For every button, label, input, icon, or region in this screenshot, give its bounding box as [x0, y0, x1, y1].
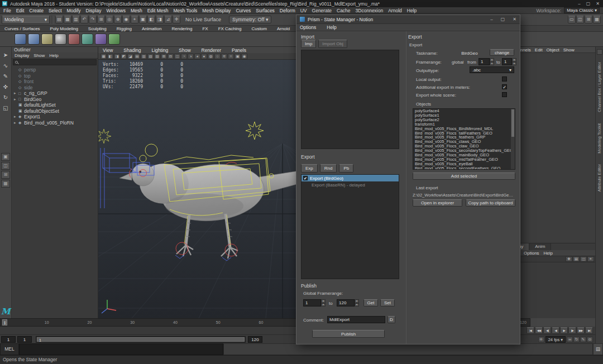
channel-box-menu-item[interactable]: Object [547, 47, 559, 52]
playback-end-field[interactable]: 120 [248, 336, 262, 343]
prism-menu-item[interactable]: Help [327, 25, 336, 30]
comment-input[interactable]: MdlExport [327, 316, 385, 323]
outliner-item[interactable]: ▸ □ c_rig_GRP [12, 90, 98, 97]
toolbox-tool-icon[interactable]: ↻ [1, 93, 11, 102]
playback-start-field[interactable]: 1 [17, 336, 32, 343]
status-icon[interactable]: ▥ [72, 16, 80, 23]
playback-option-icon[interactable]: ⊙ [587, 337, 593, 342]
mel-toggle-button[interactable]: MEL [0, 343, 19, 355]
viewport-menu-item[interactable]: View [103, 47, 113, 53]
playback-option-icon[interactable]: ∞ [567, 337, 573, 342]
viewport-toolbar-icon[interactable]: ▨ [154, 54, 160, 59]
object-item[interactable]: transform1 [413, 122, 515, 127]
shelf-icon[interactable] [82, 33, 93, 45]
object-item[interactable]: Bird_mod_v005_Flocs_mainBody_GEO [413, 153, 515, 157]
viewport-toolbar-icon[interactable]: ○ [214, 54, 221, 59]
viewport-toolbar-icon[interactable]: ▣ [234, 54, 241, 59]
publish-range-end-spinner[interactable]: 120▲▼ [337, 299, 359, 306]
object-item[interactable]: Bird_mod_v005_Flocs_secondFeathers_GEO [413, 166, 515, 170]
outliner-item[interactable]: ▸ □ BirdGeo [12, 97, 98, 103]
range-slider[interactable]: 1 [36, 336, 246, 343]
menu-item[interactable]: Create [29, 8, 44, 13]
outliner-menu-item[interactable]: Display [15, 53, 29, 58]
viewport-toolbar-icon[interactable]: ◔ [181, 54, 187, 59]
shelf-tab[interactable]: Poly Modeling [50, 26, 78, 31]
sidebar-vertical-tab[interactable]: Attribute Editor [597, 164, 602, 192]
layer-editor-tab[interactable]: Anim [529, 243, 551, 250]
menu-item[interactable]: Generate [312, 8, 332, 13]
playback-option-icon[interactable]: ↻ [573, 337, 580, 342]
status-icon[interactable]: ↷ [89, 16, 97, 23]
viewport-menu-item[interactable]: Show [179, 47, 190, 53]
shelf-icon[interactable] [55, 33, 66, 45]
publish-button[interactable]: Publish [312, 330, 385, 338]
playback-button[interactable]: ◀ [552, 327, 559, 334]
viewport-toolbar-icon[interactable]: ◕ [194, 54, 200, 59]
copy-path-button[interactable]: Copy path to clipboard [466, 199, 515, 207]
viewport-toolbar-icon[interactable]: ⊟ [168, 54, 174, 59]
viewport-toolbar-icon[interactable]: ◨ [114, 54, 120, 59]
sidebar-vertical-tab[interactable]: Modeling Toolkit [597, 123, 602, 154]
export-state-item[interactable]: Export (BaseRN) - delayed [302, 181, 399, 188]
menu-set-dropdown[interactable]: Modeling▾ [2, 16, 50, 24]
layer-editor-menu-item[interactable]: Help [544, 251, 553, 256]
shelf-tab[interactable]: FX [202, 26, 208, 31]
viewport-menu-item[interactable]: Renderer [202, 47, 221, 53]
viewport-toolbar-icon[interactable]: ◑ [188, 54, 194, 59]
expand-arrow-icon[interactable]: ▸ [14, 91, 18, 95]
get-range-button[interactable]: Get [363, 299, 378, 306]
layer-editor-menu-item[interactable]: Options [524, 251, 539, 256]
layout-shortcut-button[interactable]: ▣ [1, 153, 10, 161]
menu-item[interactable]: Deform [280, 8, 295, 13]
toolbox-tool-icon[interactable]: ✎ [1, 71, 11, 81]
import-button[interactable]: Imp [301, 40, 316, 48]
status-icon[interactable]: ▦ [64, 16, 71, 23]
expand-arrow-icon[interactable]: ▸ [14, 121, 18, 125]
fps-dropdown[interactable]: 24 fps ▾ [545, 336, 566, 343]
whole-scene-checkbox[interactable] [502, 92, 507, 97]
outliner-item[interactable]: ◇ persp [12, 67, 98, 73]
shelf-tab[interactable]: Rigging [117, 26, 132, 31]
state-checkbox[interactable]: ✔ [303, 176, 308, 180]
shelf-icon[interactable] [108, 33, 120, 45]
minimize-button[interactable]: – [578, 1, 580, 6]
import-button[interactable]: Import Obj [318, 40, 347, 48]
viewport-menu-item[interactable]: Lighting [151, 47, 168, 53]
viewport-menu-item[interactable]: Shading [123, 47, 141, 53]
prism-maximize-button[interactable]: ▢ [501, 17, 505, 22]
menu-item[interactable]: Windows [106, 8, 125, 13]
status-icon[interactable]: ⊿ [164, 16, 172, 23]
playback-button[interactable]: ◀| [543, 327, 551, 334]
outliner-item[interactable]: ◇ side [12, 85, 98, 91]
panel-toggle-icon[interactable]: ▭ [568, 16, 576, 23]
outliner-item[interactable]: ▣ defaultLightSet [12, 102, 98, 108]
layer-action-icon[interactable]: ≡ [587, 256, 594, 262]
outliner-item[interactable]: ◇ top [12, 73, 98, 79]
maximize-button[interactable]: ▢ [586, 1, 591, 6]
menu-item[interactable]: Edit Mesh [147, 8, 169, 13]
outliner-menu-item[interactable]: Help [49, 53, 58, 58]
menu-item[interactable]: Surfaces [256, 8, 275, 13]
shelf-icon[interactable] [15, 33, 26, 45]
object-item[interactable]: Bird_mod_v005_Flocs_claws_GEO [413, 140, 515, 144]
prism-titlebar[interactable]: Prism - State Manager - Notion – ▢ ✕ [296, 15, 520, 24]
status-icon[interactable]: ⊞ [97, 16, 105, 23]
menu-item[interactable]: Modify [67, 8, 81, 13]
status-icon[interactable]: ◎ [106, 16, 113, 23]
status-icon[interactable]: ⌖ [131, 16, 138, 23]
status-icon[interactable]: ↶ [80, 16, 88, 23]
meters-export-checkbox[interactable]: ✓ [502, 84, 507, 89]
shelf-icon[interactable] [28, 33, 40, 45]
close-button[interactable]: ✕ [596, 1, 600, 6]
menu-item[interactable]: Curves [236, 8, 251, 13]
change-task-button[interactable]: change [490, 49, 514, 56]
shelf-tab[interactable]: Curves / Surfaces [4, 26, 40, 31]
viewport-toolbar-icon[interactable]: ⌗ [228, 54, 234, 59]
viewport-toolbar-icon[interactable]: ▦ [100, 54, 107, 59]
anim-start-field[interactable]: 1 [1, 336, 16, 343]
menu-item[interactable]: Arnold [388, 8, 402, 13]
prism-menu-item[interactable]: Options [300, 25, 316, 30]
layout-shortcut-button[interactable]: ▦ [1, 180, 10, 188]
export-state-item[interactable]: ✔ Export (BirdGeo) [302, 175, 399, 181]
outliner-search-input[interactable] [13, 59, 97, 65]
